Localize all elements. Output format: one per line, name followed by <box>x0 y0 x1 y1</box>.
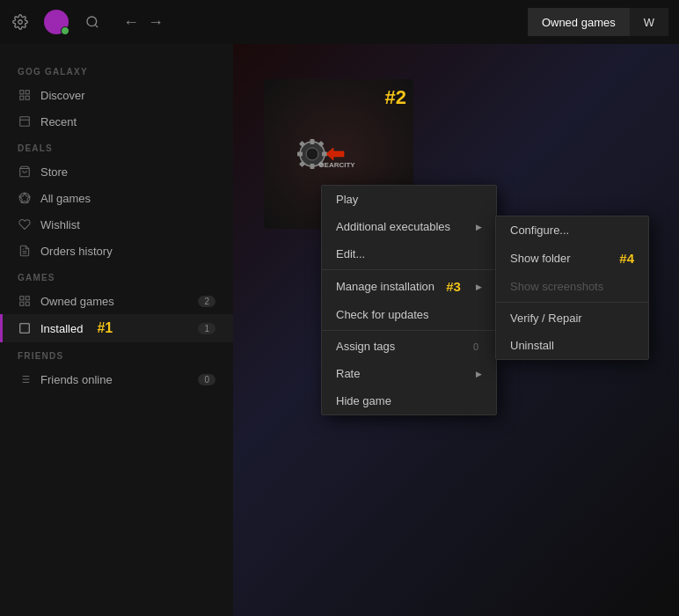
section-galaxy-label: GOG GALAXY <box>0 58 233 82</box>
submenu-configure[interactable]: Configure... <box>496 216 648 244</box>
sidebar-item-installed[interactable]: Installed #1 1 <box>0 314 233 342</box>
sidebar-item-orders[interactable]: Orders history <box>0 238 233 264</box>
menu-manage-installation[interactable]: Manage installation #3 <box>322 272 496 301</box>
installed-label: Installed <box>40 322 83 335</box>
owned-games-icon <box>18 294 32 308</box>
all-games-label: All games <box>40 192 91 205</box>
recent-icon <box>18 114 32 128</box>
store-icon <box>18 165 32 179</box>
submenu-verify-repair[interactable]: Verify / Repair <box>496 304 648 332</box>
sidebar-item-owned-games[interactable]: Owned games 2 <box>0 288 233 314</box>
all-games-icon <box>18 191 32 205</box>
wishlist-button[interactable]: W <box>630 8 668 36</box>
sidebar-item-wishlist[interactable]: Wishlist <box>0 211 233 238</box>
menu-hide-game[interactable]: Hide game <box>322 387 496 414</box>
submenu-separator <box>496 302 648 303</box>
assign-tags-count: 0 <box>473 341 478 352</box>
installed-highlight-badge: #1 <box>97 320 113 336</box>
orders-icon <box>18 244 32 258</box>
svg-rect-6 <box>26 96 29 99</box>
sidebar-item-all-games[interactable]: All games <box>0 185 233 211</box>
menu-separator-1 <box>322 269 496 270</box>
search-icon[interactable] <box>83 12 102 32</box>
game-logo: GEARCITY <box>290 132 387 176</box>
manage-installation-badge: #3 <box>446 279 461 294</box>
installed-icon <box>18 321 32 335</box>
sidebar-item-friends-online[interactable]: Friends online 0 <box>0 366 233 392</box>
nav-buttons: ← → <box>123 13 164 32</box>
forward-button[interactable]: → <box>148 13 164 32</box>
owned-games-label: Owned games <box>40 295 114 308</box>
store-label: Store <box>40 165 68 179</box>
friends-online-label: Friends online <box>40 373 113 386</box>
wishlist-icon <box>18 217 32 231</box>
svg-rect-3 <box>20 91 24 94</box>
discover-label: Discover <box>40 89 85 102</box>
back-button[interactable]: ← <box>123 13 139 32</box>
svg-rect-7 <box>20 117 30 127</box>
submenu-show-folder[interactable]: Show folder #4 <box>496 244 648 273</box>
owned-games-badge: 2 <box>198 296 215 307</box>
sub-menu: Configure... Show folder #4 Show screens… <box>495 216 649 360</box>
friends-count-badge: 0 <box>198 374 215 385</box>
svg-rect-27 <box>310 139 315 144</box>
recent-label: Recent <box>40 115 77 128</box>
menu-separator-2 <box>322 330 496 331</box>
owned-games-button[interactable]: Owned games <box>528 8 630 36</box>
svg-point-26 <box>306 148 318 160</box>
sidebar-item-store[interactable]: Store <box>0 158 233 185</box>
installed-count-badge: 1 <box>198 323 215 334</box>
svg-rect-4 <box>26 91 29 94</box>
sidebar-item-recent[interactable]: Recent <box>0 108 233 135</box>
settings-icon[interactable] <box>11 12 30 32</box>
topbar: ← → Owned games W <box>0 0 679 44</box>
svg-line-2 <box>95 25 98 27</box>
svg-text:GEARCITY: GEARCITY <box>318 161 355 169</box>
svg-point-0 <box>18 20 23 25</box>
svg-rect-15 <box>26 297 29 300</box>
context-menu: Play Additional executables Edit... Mana… <box>321 185 497 415</box>
menu-assign-tags[interactable]: Assign tags 0 <box>322 333 496 360</box>
submenu-uninstall[interactable]: Uninstall <box>496 332 648 359</box>
sidebar: GOG GALAXY Discover Recent DEALS Store A… <box>0 44 233 616</box>
svg-rect-5 <box>20 96 24 99</box>
discover-icon <box>18 88 32 102</box>
orders-label: Orders history <box>40 245 113 258</box>
svg-rect-28 <box>310 164 315 169</box>
menu-additional-executables[interactable]: Additional executables <box>322 213 496 240</box>
svg-marker-35 <box>326 148 344 160</box>
section-games-label: GAMES <box>0 264 233 288</box>
menu-edit[interactable]: Edit... <box>322 240 496 268</box>
svg-rect-17 <box>26 302 29 305</box>
section-friends-label: FRIENDS <box>0 342 233 366</box>
sidebar-item-discover[interactable]: Discover <box>0 82 233 108</box>
wishlist-label: Wishlist <box>40 218 80 231</box>
topbar-right: Owned games W <box>528 8 668 36</box>
main-content: #2 <box>233 44 679 616</box>
section-deals-label: DEALS <box>0 135 233 158</box>
svg-rect-14 <box>20 297 24 300</box>
menu-rate[interactable]: Rate <box>322 360 496 387</box>
svg-rect-16 <box>20 302 24 305</box>
svg-rect-18 <box>20 324 30 334</box>
show-folder-badge: #4 <box>619 251 634 266</box>
submenu-show-screenshots: Show screenshots <box>496 273 648 300</box>
svg-point-1 <box>87 17 97 26</box>
menu-play[interactable]: Play <box>322 186 496 213</box>
friends-icon <box>18 372 32 386</box>
menu-check-for-updates[interactable]: Check for updates <box>322 301 496 328</box>
svg-rect-30 <box>297 152 303 157</box>
game-badge: #2 <box>385 86 406 109</box>
avatar[interactable] <box>44 10 69 34</box>
